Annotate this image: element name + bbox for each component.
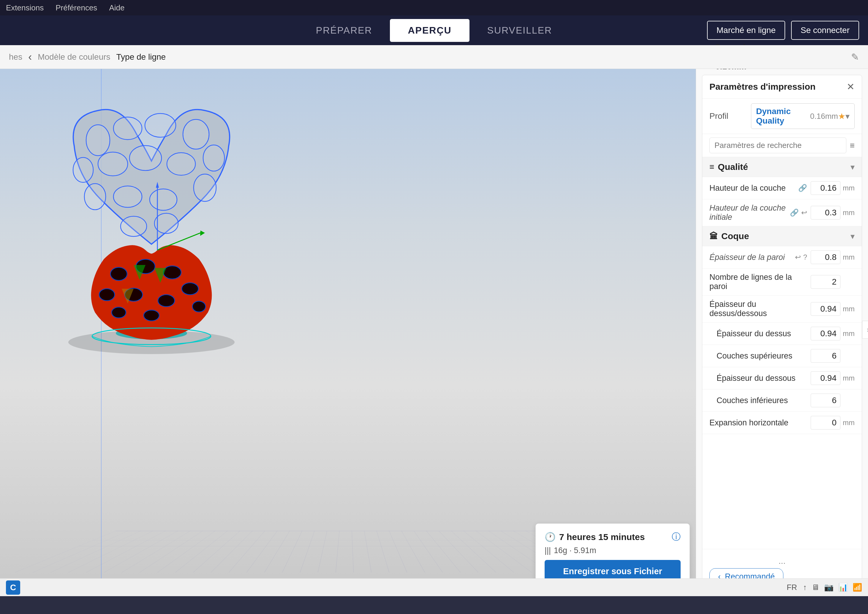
link2-icon[interactable]: 🔗 <box>790 209 799 217</box>
row-hauteur-initiale-unit: mm <box>843 209 855 217</box>
svg-point-18 <box>98 152 128 176</box>
row-hauteur-initiale-value[interactable]: 0.3 <box>811 206 840 220</box>
pp-close-button[interactable]: ✕ <box>846 81 855 92</box>
menu-preferences[interactable]: Préférences <box>56 3 97 12</box>
tab-surveiller[interactable]: SURVEILLER <box>470 19 570 42</box>
row-couches-sup-value[interactable]: 6 <box>811 349 840 363</box>
pp-profile-label: Profil <box>710 112 745 121</box>
pp-settings-list: ≡ Qualité ▾ Hauteur de la couche 🔗 0.16 … <box>702 157 862 549</box>
tab-apercu[interactable]: APERÇU <box>390 19 469 42</box>
row-couches-sup-label: Couches supérieures <box>710 351 807 361</box>
status-icons: ↑ 🖥 📷 📊 📶 <box>803 583 862 592</box>
print-params-panel: Paramètres d'impression ✕ Profil Dynamic… <box>702 75 862 590</box>
3d-model[interactable] <box>30 87 273 360</box>
row-ep-dessus-value[interactable]: 0.94 <box>811 327 840 340</box>
row-hauteur-couche: Hauteur de la couche 🔗 0.16 mm <box>702 177 862 199</box>
pp-profile-select[interactable]: Dynamic Quality 0.16mm ★ ▾ <box>751 103 855 129</box>
row-hauteur-couche-value[interactable]: 0.16 <box>811 181 840 195</box>
svg-point-11 <box>144 310 159 321</box>
pp-search-input[interactable] <box>710 138 846 153</box>
title-bar: Extensions Préférences Aide <box>0 0 868 16</box>
svg-point-17 <box>73 157 93 182</box>
pp-title: Paramètres d'impression <box>710 82 815 92</box>
section-coque-title: 🏛 Coque <box>710 231 749 241</box>
toolbar-nav-back[interactable]: ‹ <box>28 51 32 63</box>
row-ep-paroi-value[interactable]: 0.8 <box>811 250 840 264</box>
svg-point-19 <box>129 146 161 171</box>
pp-profile-name: Dynamic Quality <box>756 107 810 126</box>
pp-profile-size: 0.16mm <box>810 112 838 121</box>
row-ep-dd: Épaisseur du dessus/dessous 0.94 mm <box>702 296 862 323</box>
row-ep-dd-value[interactable]: 0.94 <box>811 302 840 316</box>
row-ep-paroi: Épaisseur de la paroi ↩ ? 0.8 mm <box>702 246 862 268</box>
section-qualite-title: ≡ Qualité <box>710 162 748 172</box>
svg-point-25 <box>121 216 147 236</box>
row-ep-paroi-icons: ↩ ? <box>795 253 807 261</box>
row-ep-dd-label: Épaisseur du dessus/dessous <box>710 300 807 318</box>
chart-icon[interactable]: 📊 <box>838 583 848 592</box>
svg-point-8 <box>158 295 175 307</box>
row-ep-dessus-unit: mm <box>843 329 855 338</box>
row-ep-dd-unit: mm <box>843 305 855 313</box>
pp-profile-star-icon: ★ <box>838 112 845 121</box>
row-nb-lignes-value[interactable]: 2 <box>811 275 840 289</box>
svg-marker-32 <box>200 231 205 236</box>
pp-profile-row: Profil Dynamic Quality 0.16mm ★ ▾ <box>702 99 862 134</box>
pp-profile-chevron-icon: ▾ <box>845 112 849 121</box>
section-qualite-header[interactable]: ≡ Qualité ▾ <box>702 157 862 177</box>
row-nb-lignes-label: Nombre de lignes de la paroi <box>710 273 807 291</box>
svg-point-20 <box>167 153 195 175</box>
svg-point-6 <box>99 289 115 301</box>
signal-icon[interactable]: 📶 <box>852 583 862 592</box>
expand-panel-button[interactable]: › <box>862 321 868 339</box>
help-icon[interactable]: ? <box>803 253 807 261</box>
viewport[interactable] <box>0 69 696 596</box>
row-couches-inf-value[interactable]: 6 <box>811 394 840 407</box>
row-couches-sup: Couches supérieures 6 <box>702 345 862 367</box>
toolbar-color-model-label: Modèle de couleurs <box>38 52 110 62</box>
svg-point-23 <box>113 186 142 207</box>
row-ep-dessus-label: Épaisseur du dessus <box>710 329 807 338</box>
monitor-icon[interactable]: 🖥 <box>812 583 819 592</box>
clock-icon: 🕐 <box>545 532 556 542</box>
pp-search-menu-icon[interactable]: ≡ <box>850 141 855 150</box>
svg-point-9 <box>192 301 206 312</box>
marche-en-ligne-button[interactable]: Marché en ligne <box>707 21 785 40</box>
bi-time-row: 🕐 7 heures 15 minutes ⓘ <box>545 531 680 543</box>
svg-point-12 <box>86 125 110 156</box>
toolbar-edit-button[interactable]: ✎ <box>851 51 859 63</box>
bi-material-value: 16g · 5.91m <box>554 546 596 555</box>
coque-chevron-icon: ▾ <box>851 231 855 241</box>
upload-icon[interactable]: ↑ <box>803 583 807 592</box>
row-hauteur-couche-unit: mm <box>843 184 855 192</box>
svg-point-2 <box>110 267 127 281</box>
row-exp-horiz-value[interactable]: 0 <box>811 416 840 429</box>
viewport-background <box>0 69 696 596</box>
row-hauteur-couche-label: Hauteur de la couche <box>710 184 798 193</box>
row-ep-paroi-unit: mm <box>843 253 855 261</box>
row-couches-inf: Couches inférieures 6 <box>702 389 862 412</box>
row-hauteur-initiale: Hauteur de la couche initiale 🔗 ↩ 0.3 mm <box>702 199 862 226</box>
row-ep-dessous-value[interactable]: 0.94 <box>811 371 840 385</box>
bi-material-row: ||| 16g · 5.91m <box>545 546 680 555</box>
bi-time-display: 🕐 7 heures 15 minutes <box>545 532 645 542</box>
camera-icon[interactable]: 📷 <box>824 583 834 592</box>
status-bar: C FR ↑ 🖥 📷 📊 📶 <box>0 578 868 596</box>
app-logo: C <box>6 580 20 595</box>
bi-info-icon[interactable]: ⓘ <box>672 531 680 543</box>
tab-preparer[interactable]: PRÉPARER <box>298 19 390 42</box>
language-indicator: FR <box>787 583 797 592</box>
row-ep-paroi-label: Épaisseur de la paroi <box>710 253 795 262</box>
reset2-icon[interactable]: ↩ <box>795 253 801 261</box>
se-connecter-button[interactable]: Se connecter <box>791 21 859 40</box>
menu-extensions[interactable]: Extensions <box>6 3 43 12</box>
section-coque-header[interactable]: 🏛 Coque ▾ <box>702 226 862 246</box>
link-icon[interactable]: 🔗 <box>798 184 807 192</box>
menu-aide[interactable]: Aide <box>109 3 124 12</box>
right-panel: ☰ Dynamic Quality - 0.16mm ⊠ 0% ⧉ Off ⚙ … <box>696 45 868 596</box>
reset-icon[interactable]: ↩ <box>801 209 807 217</box>
menu-right-buttons: Marché en ligne Se connecter <box>707 21 859 40</box>
svg-point-21 <box>194 174 216 202</box>
qualite-chevron-icon: ▾ <box>851 162 855 172</box>
row-ep-dessous-label: Épaisseur du dessous <box>710 374 807 383</box>
